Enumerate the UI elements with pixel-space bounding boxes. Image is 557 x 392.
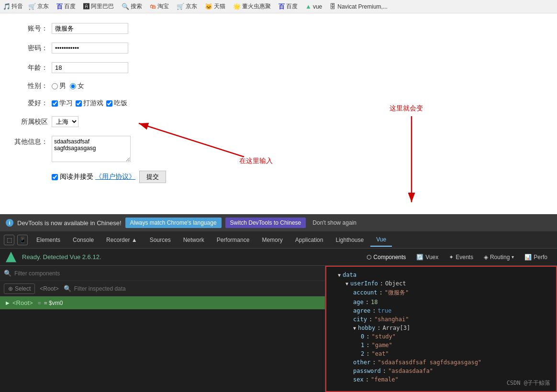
vue-components-btn[interactable]: ⬡ Components — [363, 252, 410, 262]
submit-row: 阅读并接受 《用户协议》 提交 — [52, 171, 543, 183]
city-row: 所属校区 上海 北京 深圳 — [14, 116, 543, 127]
bookmark-donghuochong[interactable]: 🌟 董火虫惠聚 — [231, 1, 273, 11]
account-label: 账号： — [14, 24, 48, 33]
root-breadcrumb: <Root> — [38, 285, 60, 292]
password-label: 密码： — [14, 44, 48, 53]
bookmark-taobao[interactable]: 🛍 淘宝 — [147, 1, 171, 11]
tab-lighthouse[interactable]: Lighthouse — [330, 234, 369, 246]
userinfo-line: ▼ userInfo : Object — [326, 279, 556, 288]
components-filter-bar: 🔍 — [0, 266, 325, 281]
hobby-eat-checkbox[interactable] — [106, 100, 112, 107]
gender-male-label[interactable]: 男 — [52, 82, 66, 90]
hobby-game-label[interactable]: 打游戏 — [76, 99, 103, 108]
userinfo-key: userInfo — [350, 280, 378, 287]
device-toolbar-button[interactable]: 📱 — [17, 235, 28, 245]
tab-memory[interactable]: Memory — [256, 234, 288, 246]
account-key: account — [353, 289, 378, 296]
password-key: password — [353, 368, 381, 374]
tab-console[interactable]: Console — [67, 234, 100, 246]
vue-routing-btn[interactable]: ◈ Routing ▾ — [480, 252, 518, 262]
tab-application[interactable]: Application — [290, 234, 329, 246]
hobby0-key: 0 — [361, 333, 364, 340]
city-label: 所属校区 — [14, 118, 48, 126]
gender-female-radio[interactable] — [70, 83, 76, 89]
tab-vue[interactable]: Vue — [370, 233, 392, 247]
agree-checkbox[interactable] — [52, 174, 58, 180]
always-match-button[interactable]: Always match Chrome's language — [125, 218, 222, 228]
bookmark-tianmao[interactable]: 🐱 天猫 — [202, 1, 228, 11]
hobbies-checkbox-group: 学习 打游戏 吃饭 — [52, 99, 127, 108]
password-input[interactable] — [52, 43, 128, 54]
vue-events-btn[interactable]: ✦ Events — [445, 252, 477, 262]
components-filter-input[interactable] — [14, 270, 321, 277]
hobby-study-label[interactable]: 学习 — [52, 99, 73, 108]
userinfo-toggle-icon[interactable]: ▼ — [345, 281, 348, 286]
root-component-item[interactable]: ▶ <Root> = = $vm0 — [0, 296, 325, 309]
bookmark-navicat[interactable]: 🗄 Navicat Premium,... — [327, 2, 390, 11]
gender-male-radio[interactable] — [52, 83, 58, 89]
city-select[interactable]: 上海 北京 深圳 — [52, 116, 78, 127]
tab-recorder[interactable]: Recorder ▲ — [100, 234, 143, 246]
bookmark-baidu1[interactable]: 百 百度 — [54, 1, 78, 12]
gender-male-text: 男 — [59, 82, 66, 90]
devtools-content-area: 🔍 ⊕ Select <Root> 🔍 ▶ <Root> = = $vm0 ▼ … — [0, 266, 557, 392]
tab-sources[interactable]: Sources — [144, 234, 177, 246]
gender-female-label[interactable]: 女 — [70, 82, 84, 90]
dont-show-button[interactable]: Don't show again — [310, 218, 359, 228]
gender-row: 性别： 男 女 — [14, 82, 543, 90]
expand-arrow-icon: ▶ — [6, 300, 10, 305]
password-val: "asdaasdaafa" — [388, 368, 433, 374]
gender-radio-group: 男 女 — [52, 82, 84, 90]
switch-devtools-button[interactable]: Switch DevTools to Chinese — [225, 218, 306, 228]
bookmark-jd1[interactable]: 🛒 京东 — [26, 1, 51, 11]
bookmark-jd2[interactable]: 🛒 京东 — [174, 1, 200, 11]
other-row: 其他信息： sdaafsasdfsaf sagfdsagasgasg — [14, 136, 543, 162]
inspect-data-filter-input[interactable] — [74, 285, 321, 292]
vue-perf-btn[interactable]: 📊 Perfo — [521, 252, 551, 262]
gender-female-text: 女 — [78, 82, 84, 90]
password-line: password : "asdaasdaafa" — [326, 367, 556, 375]
hobby-game-checkbox[interactable] — [76, 100, 82, 107]
hobby2-line: 2 : "eat" — [326, 349, 556, 358]
gender-label: 性别： — [14, 82, 48, 90]
select-component-button[interactable]: ⊕ Select — [4, 283, 35, 294]
hobby2-val: "eat" — [371, 350, 389, 357]
tab-network[interactable]: Network — [178, 234, 210, 246]
annotation-input-here: 在这里输入 — [239, 157, 273, 165]
vm-equals: = — [38, 300, 41, 306]
hobby-line: ▼ hobby : Array[3] — [326, 324, 556, 332]
hobby-study-checkbox[interactable] — [52, 100, 58, 107]
vm-variable: = $vm0 — [44, 300, 63, 306]
hobby-eat-text: 吃饭 — [114, 99, 127, 108]
devtools-notification-bar: i DevTools is now available in Chinese! … — [0, 214, 557, 231]
vue-ready-text: Ready. Detected Vue 2.6.12. — [22, 253, 101, 261]
age-input[interactable] — [52, 62, 128, 73]
hobby-toggle-icon[interactable]: ▼ — [353, 326, 356, 331]
password-row: 密码： — [14, 43, 543, 54]
tab-elements[interactable]: Elements — [31, 234, 66, 246]
hobby-eat-label[interactable]: 吃饭 — [106, 99, 127, 108]
hobby-study-text: 学习 — [59, 99, 73, 108]
account-input[interactable] — [52, 23, 128, 34]
sex-key: sex — [353, 376, 364, 383]
data-toggle-icon[interactable]: ▼ — [338, 272, 341, 278]
hobby1-val: "game" — [371, 342, 392, 348]
other-label: 其他信息： — [14, 136, 48, 146]
bookmark-tiktok1[interactable]: 🎵 抖音 — [3, 2, 23, 11]
events-icon: ✦ — [449, 254, 454, 261]
bookmark-baidu2[interactable]: 百 百度 — [276, 1, 300, 12]
other-textarea[interactable]: sdaafsasdfsaf sagfdsagasgasg — [52, 136, 131, 162]
bookmark-vue[interactable]: ▲ vue — [303, 2, 324, 11]
notification-info-icon: i — [6, 219, 13, 227]
inspect-element-button[interactable]: ⬚ — [4, 235, 14, 245]
submit-button[interactable]: 提交 — [139, 171, 166, 183]
city-val: "shanghai" — [374, 316, 409, 323]
city-key: city — [353, 316, 367, 323]
agreement-link[interactable]: 《用户协议》 — [95, 173, 135, 181]
vue-vuex-btn[interactable]: 🔃 Vuex — [412, 252, 442, 262]
tab-performance[interactable]: Performance — [211, 234, 256, 246]
agree-label[interactable]: 阅读并接受 《用户协议》 — [52, 173, 135, 181]
hobbies-row: 爱好： 学习 打游戏 吃饭 — [14, 99, 543, 108]
bookmark-alibaba[interactable]: 🅰 阿里巴巴 — [81, 1, 116, 11]
bookmark-search[interactable]: 🔍 搜索 — [119, 1, 145, 11]
